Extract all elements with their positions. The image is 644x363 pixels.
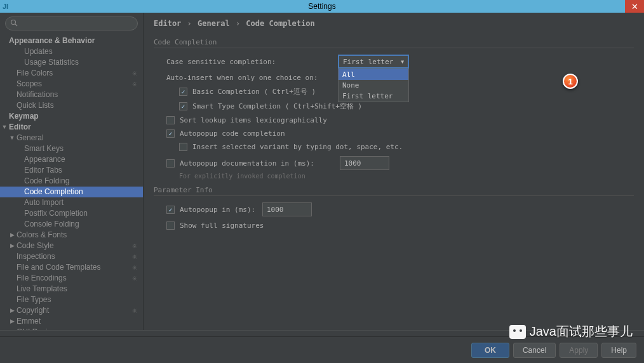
sidebar-item-colors-fonts[interactable]: ▶Colors & Fonts [0,230,143,241]
case-sensitive-select[interactable]: First letter [338,55,409,69]
sidebar-item-label: File Colors [17,69,53,77]
sidebar-item-label: File Encodings [17,274,67,282]
sidebar-item-label: General [17,133,44,142]
sidebar-item-auto-import[interactable]: Auto Import [0,197,143,208]
gear-icon: ⛯ [131,262,138,273]
smart-completion-label: Smart Type Completion ( Ctrl+Shift+空格 ) [192,102,362,111]
sidebar-item-file-encodings[interactable]: File Encodings⛯ [0,273,143,284]
sidebar-item-label: Usage Statistics [24,58,79,67]
sidebar-item-label: Inspections [17,252,55,261]
sidebar-item-label: Code Style [17,241,54,250]
tree-arrow-icon: ▶ [8,230,17,241]
sidebar-item-label: Postfix Completion [24,209,88,218]
breadcrumb: Editor › General › Code Completion [154,19,634,28]
sidebar-item-label: Copyright [17,306,49,315]
sidebar-item-label: Smart Keys [24,144,64,153]
sidebar-item-file-colors[interactable]: File Colors⛯ [0,68,143,79]
sidebar-item-code-folding[interactable]: Code Folding [0,176,143,187]
apply-button[interactable]: Apply [560,343,598,358]
sidebar-item-label: Auto Import [24,198,64,207]
breadcrumb-general[interactable]: General [198,19,230,28]
sidebar-item-file-and-code-templates[interactable]: File and Code Templates⛯ [0,262,143,273]
sidebar-item-general[interactable]: ▼General [0,133,143,143]
sidebar-item-label: Keymap [9,112,39,121]
sidebar-item-copyright[interactable]: ▶Copyright⛯ [0,305,143,316]
dropdown-option-all[interactable]: All [339,69,408,80]
sidebar-item-editor-tabs[interactable]: Editor Tabs [0,165,143,176]
sidebar-item-appearance-behavior[interactable]: Appearance & Behavior [0,36,143,46]
tree-arrow-icon: ▼ [8,133,17,143]
dropdown-option-none[interactable]: None [339,80,408,91]
close-icon: ✕ [631,2,638,11]
sidebar-item-scopes[interactable]: Scopes⛯ [0,79,143,89]
gear-icon: ⛯ [131,305,138,316]
help-button[interactable]: Help [601,343,636,358]
watermark: Java面试那些事儿 [509,323,633,340]
sidebar-item-notifications[interactable]: Notifications [0,89,143,100]
autopopup-doc-input[interactable] [340,156,389,170]
case-sensitive-label: Case sensitive completion: [166,58,338,66]
sidebar-item-code-style[interactable]: ▶Code Style⛯ [0,241,143,251]
full-signatures-checkbox[interactable] [166,221,175,230]
sidebar-item-console-folding[interactable]: Console Folding [0,219,143,230]
autopopup-param-input[interactable] [262,202,312,216]
sidebar-item-file-types[interactable]: File Types [0,294,143,305]
autopopup-code-label: Autopopup code completion [180,129,285,138]
sidebar-item-label: Code Completion [24,187,83,196]
window-titlebar: JI Settings ✕ [0,0,644,13]
sort-lookup-checkbox[interactable] [166,116,175,124]
close-button[interactable]: ✕ [625,0,644,13]
gear-icon: ⛯ [131,251,138,262]
full-signatures-label: Show full signatures [180,221,264,230]
sidebar-item-editor[interactable]: ▼Editor [0,122,143,133]
sidebar-item-label: File Types [17,295,51,304]
app-icon: JI [3,1,14,12]
sidebar-item-quick-lists[interactable]: Quick Lists [0,100,143,111]
sidebar-item-updates[interactable]: Updates [0,46,143,57]
sidebar-item-postfix-completion[interactable]: Postfix Completion [0,208,143,219]
sidebar-item-label: Appearance & Behavior [9,36,95,45]
gear-icon: ⛯ [131,68,138,79]
sidebar-item-label: Code Folding [24,176,69,185]
basic-completion-checkbox[interactable] [179,88,187,96]
sidebar-item-label: Editor [9,122,31,131]
sidebar-item-appearance[interactable]: Appearance [0,154,143,165]
tree-arrow-icon: ▶ [8,316,17,327]
sidebar-item-code-completion[interactable]: Code Completion [0,187,143,197]
cancel-button[interactable]: Cancel [513,343,556,358]
autopopup-param-checkbox[interactable] [166,206,175,214]
autopopup-code-checkbox[interactable] [166,129,175,138]
insert-variant-checkbox[interactable] [179,143,187,151]
sidebar-item-keymap[interactable]: Keymap [0,111,143,122]
autopopup-doc-hint: For explicitly invoked completion [154,173,634,180]
sidebar-item-smart-keys[interactable]: Smart Keys [0,143,143,154]
chevron-right-icon: › [187,19,192,28]
search-input[interactable] [5,16,138,30]
sidebar-item-label: Notifications [17,90,58,99]
autopopup-doc-checkbox[interactable] [166,159,175,168]
settings-sidebar: Appearance & BehaviorUpdatesUsage Statis… [0,13,144,336]
breadcrumb-code-completion: Code Completion [246,19,314,28]
basic-completion-label: Basic Completion ( Ctrl+逗号 ) [192,87,316,96]
section-code-completion: Code Completion [154,38,634,48]
insert-variant-label: Insert selected variant by typing dot, s… [192,143,403,151]
sidebar-item-label: Scopes [17,79,42,88]
sidebar-item-inspections[interactable]: Inspections⛯ [0,251,143,262]
annotation-callout-1: 1 [563,74,578,89]
dialog-button-bar: OK Cancel Apply Help [0,336,644,363]
auto-insert-label: Auto-insert when only one choice on: [166,74,318,82]
sidebar-item-emmet[interactable]: ▶Emmet [0,316,143,327]
gear-icon: ⛯ [131,273,138,284]
sidebar-item-usage-statistics[interactable]: Usage Statistics [0,57,143,68]
sidebar-item-live-templates[interactable]: Live Templates [0,284,143,294]
smart-completion-checkbox[interactable] [179,102,187,110]
sidebar-item-label: File and Code Templates [17,263,101,272]
chevron-right-icon: › [236,19,240,28]
breadcrumb-editor[interactable]: Editor [154,19,181,28]
dropdown-option-first-letter[interactable]: First letter [339,91,408,102]
sidebar-item-label: Live Templates [17,284,67,293]
sidebar-item-label: Editor Tabs [24,166,62,175]
ok-button[interactable]: OK [471,343,509,358]
sidebar-item-label: Updates [24,47,53,56]
sidebar-item-label: Console Folding [24,220,79,228]
